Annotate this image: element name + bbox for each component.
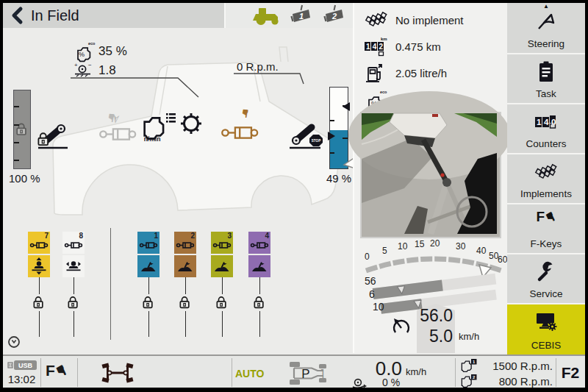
sidebar-item-steering[interactable]: ▲ Steering [507,3,585,53]
tick-10: 10 [398,241,407,252]
engine-rpm-1-value: 1500 R.p.m. [479,360,553,372]
park-gear-icon: P ] [288,360,332,386]
plus-glyph: + [74,62,78,68]
sidebar-item-service[interactable]: Service [507,253,585,303]
tick-40: 40 [476,246,486,256]
ground-speed-unit: km/h [406,366,426,377]
valve-number: 2 [190,232,195,240]
camera-2-number: 2 [331,12,337,21]
distance-counter-icon: 142 km [362,36,391,58]
tick-5: 5 [382,246,387,256]
f2-key-button[interactable]: F2 [556,364,585,382]
bottom-status-bar: USB 13:02 F☛ AUTO P ] [3,354,585,388]
stop-badge: STOP [309,135,323,146]
history-clock-icon[interactable] [7,335,21,349]
valve-1: 1 [137,232,159,277]
engine-rpm-2-value: 800 R.p.m. [479,375,553,388]
cruise-control-icon [391,316,412,337]
slip-limit-icon: + − [74,62,93,78]
f-keys-icon: F☛ [507,209,585,225]
implements-icon [531,161,561,183]
tractor-view-icon[interactable] [250,6,282,26]
sidebar-item-label: Service [507,288,585,299]
sidebar-item-counters[interactable]: 140 Counters [507,103,585,153]
valve-2-lock-icon [179,295,191,310]
back-icon[interactable] [9,7,26,24]
steering-icon [536,10,556,32]
info-row-distance: 142 km 0.475 km [354,34,507,60]
joystick-left-right-icon [65,259,82,275]
camera-view[interactable] [360,112,501,238]
sidebar-item-f-keys[interactable]: F☛ F-Keys [507,203,585,253]
cruise-unit: km/h [459,331,479,342]
implement-icon [362,10,391,32]
four-wheel-drive-icon[interactable] [100,363,135,382]
front-linkage-value: 100 % [9,172,40,185]
lever-icon [214,260,230,273]
engine-speed-menu-icon: n/min [140,106,178,144]
sidebar-item-task[interactable]: Task [507,53,585,103]
valve-3: 3 [211,232,233,277]
usb-icon: USB [7,360,38,371]
view-selector: 1 2 [226,3,353,28]
gear-bracket: ] [321,368,324,380]
sidebar-item-label: Implements [507,188,585,199]
valve-7: 7 [28,232,50,277]
tick-20: 20 [430,238,440,249]
f-hand-button[interactable]: F☛ [46,362,68,379]
distance-value: 0.475 km [395,34,441,60]
bar1-label: 56 [365,275,376,287]
valve-number: 3 [227,232,232,240]
joystick-fore-aft-icon [31,257,47,275]
valve-number: 1 [154,232,158,240]
valve-1-lock-icon [142,295,154,310]
info-row-fuel: 2.05 litre/h [354,60,507,87]
camera-1-number: 1 [299,12,304,21]
page-title: In Field [31,3,79,28]
speed-gauge: 0 5 10 15 20 30 40 50 60 56 6 10 56.0 5.… [356,238,507,353]
engine-load-value: 35 % [98,44,127,59]
eco-glyph: eco [380,90,387,94]
counters-icon: 140 [534,111,559,133]
lever-icon [140,260,157,273]
rear-linkage-value: 49 % [326,172,351,185]
wheel-slip-value: 0 % [382,377,400,388]
scroll-up-icon[interactable]: ▲ [543,3,549,10]
camera-2-icon[interactable]: 2 [322,5,345,25]
info-row-implement: No implement [354,7,507,34]
usb-label: USB [18,362,33,369]
km-label: km [381,37,387,41]
spool-valve-manual-icon: ➢ ☛ [97,110,138,143]
camera-1-icon[interactable]: 1 [289,5,312,25]
n-min-label: n/min [144,135,161,143]
tick-0: 0 [365,252,370,262]
sidebar-menu: ▲ Steering Task 140 Co [507,3,585,353]
front-linkage-gauge [13,90,31,169]
task-icon [537,61,556,83]
valve-8: 8 [62,232,85,277]
sidebar-item-label: CEBIS [507,340,585,351]
distance-digits: 142 [366,43,385,51]
pto-speed-value: 0 R.p.m. [237,60,279,73]
lever-icon [177,260,193,273]
slip-limit-value: 1.8 [98,63,116,78]
pto-gear-icon [178,110,204,137]
valve-4-lock-icon [253,295,265,310]
sidebar-item-cebis[interactable]: CEBIS [507,303,585,354]
eco-glyph: eco [88,41,96,46]
sidebar-item-label: Steering [507,38,585,49]
sidebar-item-implements[interactable]: Implements [507,153,585,203]
sidebar-item-label: Task [507,88,585,99]
display: In Field 1 2 [3,3,585,388]
rear-linkage-stop-icon: STOP [288,121,325,153]
front-linkage-locked-icon [35,121,69,153]
lever-icon [251,260,268,273]
cebis-icon [535,311,557,333]
tick-15: 15 [415,239,424,249]
valve-4: 4 [248,232,270,277]
clock-time: 13:02 [3,373,40,385]
valve-number: 7 [44,232,49,240]
valve-8-lock-icon [67,295,79,310]
implement-value: No implement [395,7,464,34]
tick-30: 30 [456,241,465,252]
